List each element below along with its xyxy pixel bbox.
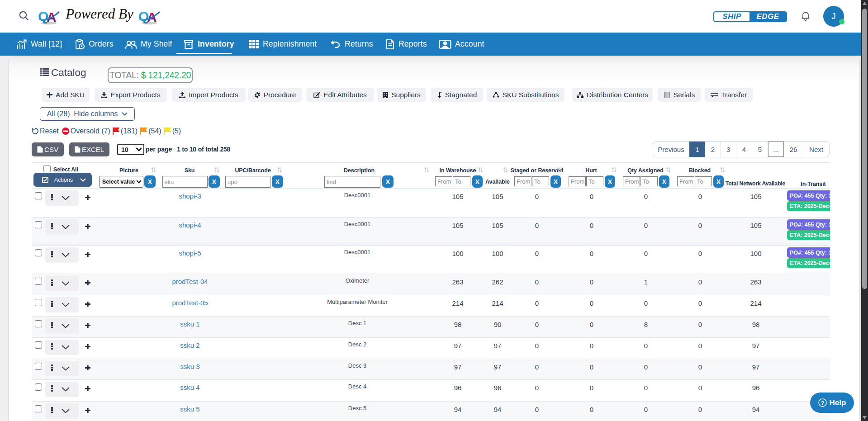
svg-text:?: ? bbox=[821, 400, 824, 406]
